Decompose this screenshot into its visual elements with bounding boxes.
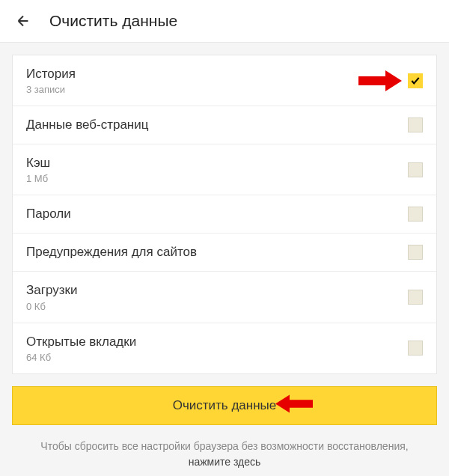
item-title: Пароли (26, 206, 408, 222)
item-title: Кэш (26, 155, 408, 171)
checkbox[interactable] (408, 290, 423, 305)
item-title: Загрузки (26, 282, 408, 299)
item-text: Загрузки0 Кб (26, 282, 408, 311)
item-subtitle: 1 Мб (26, 173, 408, 184)
list-item[interactable]: Загрузки0 Кб (13, 272, 436, 323)
footer-message: Чтобы сбросить все настройки браузера бе… (40, 440, 408, 452)
item-text: Открытые вкладки64 Кб (26, 334, 408, 363)
clear-data-button[interactable]: Очистить данные (12, 386, 437, 425)
checkbox[interactable] (408, 207, 423, 222)
list-item[interactable]: Кэш1 Мб (13, 144, 436, 195)
options-list: История3 записиДанные веб-страницКэш1 Мб… (12, 55, 437, 374)
footer-text: Чтобы сбросить все настройки браузера бе… (12, 439, 437, 470)
item-text: Данные веб-страниц (26, 117, 408, 133)
item-text: Предупреждения для сайтов (26, 244, 408, 260)
list-item[interactable]: Открытые вкладки64 Кб (13, 323, 436, 373)
footer-reset-link[interactable]: нажмите здесь (189, 456, 261, 468)
item-text: Кэш1 Мб (26, 155, 408, 184)
checkbox[interactable] (408, 341, 423, 356)
list-item[interactable]: История3 записи (13, 55, 436, 106)
checkbox[interactable] (408, 73, 423, 88)
annotation-arrow-icon (275, 393, 313, 418)
list-item[interactable]: Предупреждения для сайтов (13, 234, 436, 272)
item-title: История (26, 66, 408, 82)
clear-button-label: Очистить данные (173, 398, 277, 412)
item-subtitle: 3 записи (26, 84, 408, 95)
item-text: Пароли (26, 206, 408, 222)
item-title: Данные веб-страниц (26, 117, 408, 133)
list-item[interactable]: Данные веб-страниц (13, 106, 436, 144)
content: История3 записиДанные веб-страницКэш1 Мб… (0, 43, 449, 476)
checkbox[interactable] (408, 245, 423, 260)
header: Очистить данные (0, 0, 449, 43)
checkbox[interactable] (408, 118, 423, 132)
list-item[interactable]: Пароли (13, 195, 436, 234)
checkbox[interactable] (408, 162, 423, 177)
item-subtitle: 64 Кб (26, 352, 408, 363)
page-title: Очистить данные (49, 12, 177, 30)
back-arrow-icon[interactable] (15, 13, 31, 29)
item-title: Открытые вкладки (26, 334, 408, 350)
item-text: История3 записи (26, 66, 408, 95)
item-title: Предупреждения для сайтов (26, 244, 408, 260)
item-subtitle: 0 Кб (26, 301, 408, 312)
